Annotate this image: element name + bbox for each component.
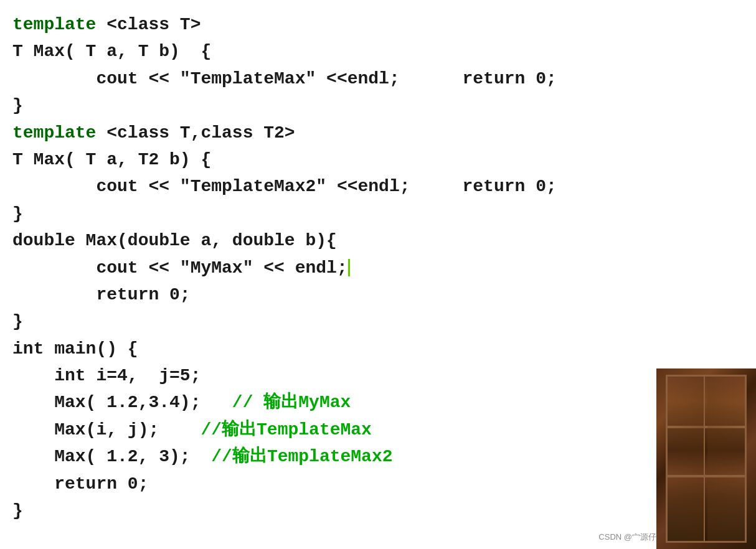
photo-door-left <box>668 377 705 541</box>
photo-thumbnail <box>656 368 756 549</box>
code-line-17: Max( 1.2, 3); //输出TemplateMax2 <box>12 443 648 470</box>
code-line-15: Max( 1.2,3.4); // 输出MyMax <box>12 389 648 416</box>
code-line-5: template <class T,class T2> <box>12 120 648 146</box>
code-line-11: return 0; <box>12 281 648 308</box>
code-line-3: cout << "TemplateMax" <<endl; return 0; <box>12 65 648 92</box>
code-line-18: return 0; <box>12 471 648 497</box>
code-line-4: } <box>12 92 648 119</box>
code-line-12: } <box>12 308 648 335</box>
code-line-9: double Max(double a, double b){ <box>12 227 648 254</box>
code-line-1: template <class T> <box>12 11 648 38</box>
photo-door-right <box>707 377 745 541</box>
photo-shelf <box>666 375 747 543</box>
code-line-8: } <box>12 200 648 227</box>
code-line-13: int main() { <box>12 336 648 362</box>
code-line-2: T Max( T a, T b) { <box>12 38 648 65</box>
code-line-14: int i=4, j=5; <box>12 362 648 389</box>
code-line-6: T Max( T a, T2 b) { <box>12 146 648 173</box>
code-line-7: cout << "TemplateMax2" <<endl; return 0; <box>12 173 648 200</box>
code-line-19: } <box>12 497 648 524</box>
watermark: CSDN @宀源仔 <box>598 532 656 543</box>
code-line-16: Max(i, j); //输出TemplateMax <box>12 416 648 443</box>
code-line-10: cout << "MyMax" << endl; <box>12 255 648 281</box>
code-editor: template <class T> T Max( T a, T b) { co… <box>0 0 660 549</box>
